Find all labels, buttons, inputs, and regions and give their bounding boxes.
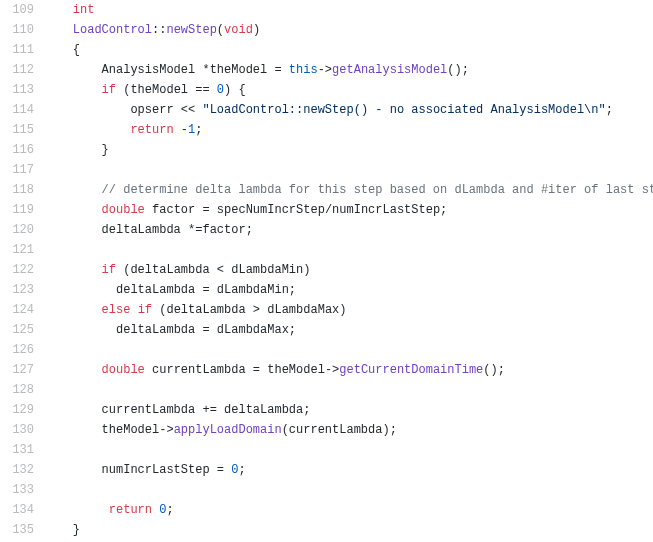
token-id: deltaLambda (116, 283, 202, 297)
token-id: (deltaLambda (116, 263, 217, 277)
token-cls: LoadControl (73, 23, 152, 37)
line-number: 131 (0, 440, 44, 460)
token-op: = (274, 63, 288, 77)
line-number: 134 (0, 500, 44, 520)
token-op: :: (152, 23, 166, 37)
token-op: (); (483, 363, 505, 377)
line-number: 110 (0, 20, 44, 40)
token-sp (44, 403, 102, 417)
token-op: -> (325, 363, 339, 377)
token-kw: return (109, 503, 152, 517)
token-sp (44, 323, 116, 337)
token-op: -> (159, 423, 173, 437)
token-num: 0 (217, 83, 224, 97)
line-number: 124 (0, 300, 44, 320)
code-line: 122 if (deltaLambda < dLambdaMin) (0, 260, 653, 280)
line-number: 117 (0, 160, 44, 180)
line-number: 112 (0, 60, 44, 80)
line-number: 126 (0, 340, 44, 360)
code-line: 111 { (0, 40, 653, 60)
token-op: } (102, 143, 109, 157)
token-id: ) { (224, 83, 246, 97)
code-line: 117 (0, 160, 653, 180)
token-op: / (325, 203, 332, 217)
token-op: = (202, 283, 216, 297)
token-call: getCurrentDomainTime (339, 363, 483, 377)
code-content: else if (deltaLambda > dLambdaMax) (44, 300, 346, 320)
token-op: ; (166, 503, 173, 517)
code-line: 114 opserr << "LoadControl::newStep() - … (0, 100, 653, 120)
token-op: ( (282, 423, 289, 437)
token-op: ; (606, 103, 613, 117)
token-op: = (202, 203, 216, 217)
token-op: - (181, 123, 188, 137)
token-id: theModel (210, 63, 275, 77)
line-number: 109 (0, 0, 44, 20)
line-number: 130 (0, 420, 44, 440)
code-content: int (44, 0, 94, 20)
code-line: 134 return 0; (0, 500, 653, 520)
token-op: += (202, 403, 224, 417)
token-id: deltaLambda; (224, 403, 310, 417)
code-content: currentLambda += deltaLambda; (44, 400, 310, 420)
token-op: *= (188, 223, 202, 237)
code-line: 126 (0, 340, 653, 360)
token-op: ) (253, 23, 260, 37)
token-sp (44, 283, 116, 297)
token-id: currentLambda (102, 403, 203, 417)
code-line: 116 } (0, 140, 653, 160)
code-line: 118 // determine delta lambda for this s… (0, 180, 653, 200)
token-this: this (289, 63, 318, 77)
line-number: 132 (0, 460, 44, 480)
token-kw: if (138, 303, 152, 317)
token-sp (44, 63, 102, 77)
token-str: "LoadControl::newStep() - no associated … (202, 103, 605, 117)
code-content: { (44, 40, 80, 60)
token-kw: else (102, 303, 131, 317)
line-number: 115 (0, 120, 44, 140)
code-line: 132 numIncrLastStep = 0; (0, 460, 653, 480)
code-line: 124 else if (deltaLambda > dLambdaMax) (0, 300, 653, 320)
token-id: (theModel (116, 83, 195, 97)
token-sp (44, 503, 109, 517)
code-line: 121 (0, 240, 653, 260)
token-id: currentLambda (145, 363, 253, 377)
token-sp (44, 263, 102, 277)
code-content: opserr << "LoadControl::newStep() - no a… (44, 100, 613, 120)
code-content: theModel->applyLoadDomain(currentLambda)… (44, 420, 397, 440)
token-id: theModel (102, 423, 160, 437)
token-id: dLambdaMin) (231, 263, 310, 277)
token-sp (44, 203, 102, 217)
token-op: << (181, 103, 203, 117)
token-kw: return (130, 123, 173, 137)
token-id: deltaLambda (102, 223, 188, 237)
token-op: * (202, 63, 209, 77)
code-line: 109 int (0, 0, 653, 20)
line-number: 113 (0, 80, 44, 100)
token-op: ( (217, 23, 224, 37)
code-block: 109 int110 LoadControl::newStep(void)111… (0, 0, 653, 540)
token-id: dLambdaMax; (217, 323, 296, 337)
token-id: numIncrLastStep (102, 463, 217, 477)
token-op: > (253, 303, 267, 317)
token-sp (44, 103, 130, 117)
token-id: specNumIncrStep (217, 203, 325, 217)
token-op: ; (195, 123, 202, 137)
code-line: 129 currentLambda += deltaLambda; (0, 400, 653, 420)
token-id: dLambdaMin; (217, 283, 296, 297)
token-op: (); (447, 63, 469, 77)
token-id: deltaLambda (116, 323, 202, 337)
token-id: dLambdaMax) (267, 303, 346, 317)
token-sp (44, 223, 102, 237)
code-line: 119 double factor = specNumIncrStep/numI… (0, 200, 653, 220)
token-op: ); (382, 423, 396, 437)
token-id: (deltaLambda (152, 303, 253, 317)
token-op: = (253, 363, 267, 377)
token-id: theModel (267, 363, 325, 377)
line-number: 114 (0, 100, 44, 120)
code-content: deltaLambda = dLambdaMax; (44, 320, 296, 340)
token-op: < (217, 263, 231, 277)
token-sp (44, 523, 73, 537)
code-line: 131 (0, 440, 653, 460)
code-content: double currentLambda = theModel->getCurr… (44, 360, 505, 380)
